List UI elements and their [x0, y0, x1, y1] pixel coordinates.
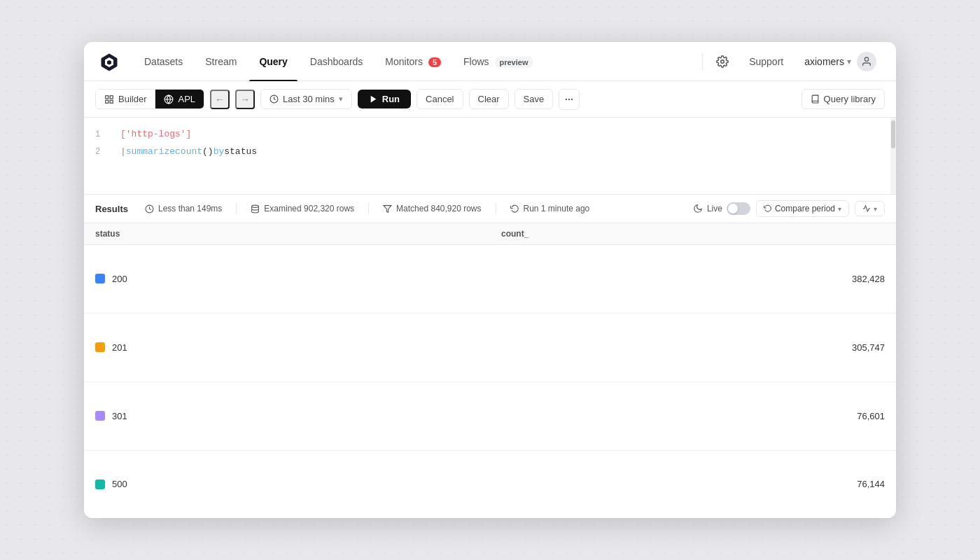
- builder-button[interactable]: Builder: [96, 90, 155, 108]
- compare-icon: [764, 204, 772, 213]
- svg-rect-4: [110, 100, 113, 103]
- editor-scrollbar[interactable]: [890, 118, 896, 194]
- back-button[interactable]: ←: [210, 90, 230, 109]
- svg-marker-15: [384, 205, 391, 212]
- filter-icon: [383, 204, 392, 214]
- live-toggle[interactable]: [727, 202, 750, 215]
- svg-point-12: [571, 98, 573, 99]
- compare-period-button[interactable]: Compare period ▾: [756, 200, 849, 217]
- settings-button[interactable]: [711, 50, 734, 73]
- user-avatar-icon: [857, 52, 876, 71]
- editor-area[interactable]: 1 ['http-logs'] 2 | summarize count () b…: [84, 118, 896, 195]
- svg-point-1: [864, 57, 868, 61]
- sidebar-item-query[interactable]: Query: [249, 52, 297, 71]
- results-label: Results: [95, 204, 128, 214]
- time-range-button[interactable]: Last 30 mins ▾: [260, 89, 352, 109]
- nav-right: Support axiomers ▾: [711, 48, 882, 76]
- svg-rect-2: [106, 95, 108, 98]
- results-header: Results Less than 149ms Examined 902,320…: [84, 195, 896, 223]
- table-header: status count_: [84, 223, 896, 245]
- logo: [98, 50, 120, 73]
- status-color-dot: [95, 479, 105, 489]
- results-area: Results Less than 149ms Examined 902,320…: [84, 195, 896, 518]
- table-row[interactable]: 301 76,601: [84, 382, 896, 450]
- forward-button[interactable]: →: [235, 90, 255, 109]
- run-button[interactable]: Run: [358, 90, 411, 108]
- clock-icon: [270, 94, 279, 104]
- editor-line-1: 1 ['http-logs']: [84, 126, 896, 144]
- status-value: 201: [112, 342, 127, 353]
- globe-icon: [164, 94, 174, 104]
- builder-icon: [104, 94, 114, 104]
- chevron-down-icon: ▾: [847, 57, 851, 66]
- line-number-2: 2: [95, 146, 112, 159]
- meta-separator-3: [496, 203, 496, 214]
- results-right: Live Compare period ▾ ▾: [693, 200, 885, 217]
- status-cell: 200: [84, 245, 490, 314]
- status-cell: 301: [84, 382, 490, 450]
- ellipsis-icon: [564, 94, 574, 104]
- sidebar-item-flows[interactable]: Flows preview: [454, 52, 542, 71]
- support-link[interactable]: Support: [742, 52, 790, 71]
- apl-button[interactable]: APL: [155, 90, 204, 108]
- live-toggle-area: Live: [693, 202, 750, 215]
- run-time-meta: Run 1 minute ago: [510, 204, 590, 214]
- nav-items: Datasets Stream Query Dashboards Monitor…: [134, 52, 694, 71]
- status-value: 301: [112, 411, 127, 421]
- editor-line-2: 2 | summarize count () by status: [84, 144, 896, 161]
- table-row[interactable]: 500 76,144: [84, 450, 896, 518]
- moon-icon: [693, 204, 703, 214]
- toolbar: Builder APL ← → Last 30 mins ▾ Run: [84, 81, 896, 118]
- save-button[interactable]: Save: [514, 89, 554, 109]
- svg-marker-9: [370, 96, 376, 103]
- status-cell: 201: [84, 313, 490, 382]
- chart-options-button[interactable]: ▾: [855, 201, 885, 216]
- svg-point-0: [721, 59, 724, 63]
- count-cell: 305,747: [490, 313, 896, 382]
- clear-button[interactable]: Clear: [469, 89, 509, 109]
- svg-rect-3: [110, 95, 113, 98]
- examined-rows-meta: Examined 902,320 rows: [251, 204, 354, 214]
- database-icon: [251, 204, 260, 214]
- toggle-thumb: [728, 204, 738, 214]
- status-color-dot: [95, 411, 105, 421]
- cancel-button[interactable]: Cancel: [416, 89, 463, 109]
- meta-separator: [236, 203, 237, 214]
- library-icon: [811, 94, 820, 104]
- table-row[interactable]: 201 305,747: [84, 313, 896, 382]
- status-value: 500: [112, 479, 127, 489]
- user-menu[interactable]: axiomers ▾: [799, 48, 882, 76]
- chevron-down-icon: ▾: [874, 205, 877, 213]
- monitors-badge: 5: [428, 57, 441, 67]
- code-string: ['http-logs']: [120, 127, 191, 142]
- history-icon: [510, 204, 519, 214]
- editor-mode-group: Builder APL: [95, 89, 204, 109]
- status-cell: 500: [84, 450, 490, 518]
- svg-point-11: [568, 98, 570, 99]
- table-body: 200 382,428 201 305,747 301 76,601: [84, 245, 896, 519]
- table-row[interactable]: 200 382,428: [84, 245, 896, 314]
- matched-rows-meta: Matched 840,920 rows: [383, 204, 481, 214]
- sidebar-item-stream[interactable]: Stream: [195, 52, 246, 71]
- sidebar-item-dashboards[interactable]: Dashboards: [300, 52, 373, 71]
- column-header-status: status: [84, 223, 490, 245]
- query-library-button[interactable]: Query library: [802, 89, 885, 109]
- chevron-down-icon: ▾: [838, 205, 841, 213]
- status-color-dot: [95, 274, 105, 284]
- status-color-dot: [95, 342, 105, 352]
- play-icon: [369, 94, 378, 104]
- line-number-1: 1: [95, 128, 112, 141]
- clock-icon: [145, 204, 154, 214]
- meta-separator-2: [368, 203, 369, 214]
- sidebar-item-monitors[interactable]: Monitors 5: [375, 52, 451, 71]
- sidebar-item-datasets[interactable]: Datasets: [134, 52, 192, 71]
- count-cell: 76,601: [490, 382, 896, 450]
- status-value: 200: [112, 274, 127, 284]
- svg-point-10: [566, 98, 567, 99]
- svg-rect-5: [106, 100, 108, 103]
- flows-preview-badge: preview: [495, 57, 533, 68]
- user-label: axiomers: [804, 56, 844, 67]
- more-options-button[interactable]: [559, 89, 580, 110]
- svg-point-14: [252, 205, 259, 207]
- time-label: Last 30 mins: [283, 94, 335, 104]
